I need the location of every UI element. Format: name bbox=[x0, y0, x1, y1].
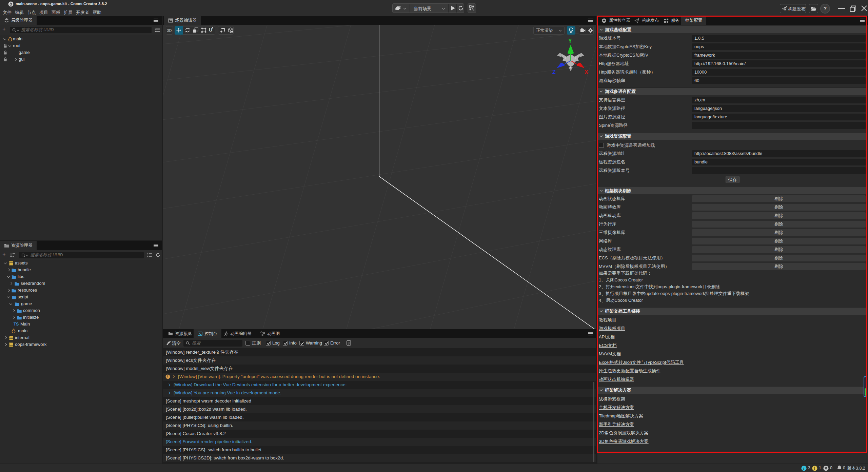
svg-text:Y: Y bbox=[568, 38, 572, 44]
svg-text:Z: Z bbox=[552, 69, 556, 75]
svg-text:X: X bbox=[585, 69, 588, 75]
